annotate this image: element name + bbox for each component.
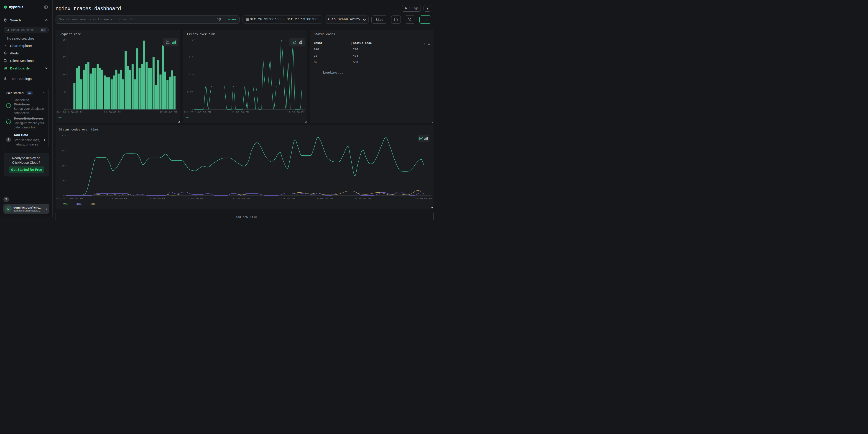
svg-text:4:30:00 PM: 4:30:00 PM	[112, 197, 127, 200]
svg-text:27: 27	[63, 56, 66, 59]
svg-text:11:30:00 PM: 11:30:00 PM	[231, 111, 249, 114]
svg-text:24: 24	[61, 149, 65, 152]
svg-text:0: 0	[63, 194, 65, 197]
svg-text:2.3: 2.3	[189, 56, 193, 59]
svg-text:8:30:00 AM: 8:30:00 AM	[355, 197, 371, 200]
svg-text:18: 18	[63, 73, 66, 76]
svg-text:12:30:00 AM: 12:30:00 AM	[232, 197, 250, 200]
svg-text:Oct 26 1:00:00 PM: Oct 26 1:00:00 PM	[56, 197, 83, 200]
svg-text:11:30:00 PM: 11:30:00 PM	[104, 111, 121, 114]
svg-text:32: 32	[61, 134, 65, 137]
svg-text:12:30:00 PM: 12:30:00 PM	[415, 197, 432, 200]
svg-text:Oct 26 1:00:00 PM: Oct 26 1:00:00 PM	[57, 111, 83, 114]
svg-text:16: 16	[61, 164, 65, 167]
svg-text:6:00:00 AM: 6:00:00 AM	[317, 197, 333, 200]
svg-text:3: 3	[192, 38, 193, 41]
svg-text:12:30:00 PM: 12:30:00 PM	[160, 111, 177, 114]
svg-text:1.5: 1.5	[189, 73, 193, 76]
svg-text:9: 9	[64, 91, 66, 94]
svg-text:8: 8	[63, 179, 65, 182]
svg-text:3:30:00 AM: 3:30:00 AM	[279, 197, 294, 200]
svg-text:9:30:00 PM: 9:30:00 PM	[188, 197, 203, 200]
svg-text:36: 36	[63, 38, 66, 41]
svg-text:7:00:00 PM: 7:00:00 PM	[150, 197, 165, 200]
svg-text:12:30:00 PM: 12:30:00 PM	[287, 111, 304, 114]
svg-text:Oct 26 1:00:00 PM: Oct 26 1:00:00 PM	[184, 111, 211, 114]
svg-text:0.75: 0.75	[187, 91, 193, 94]
